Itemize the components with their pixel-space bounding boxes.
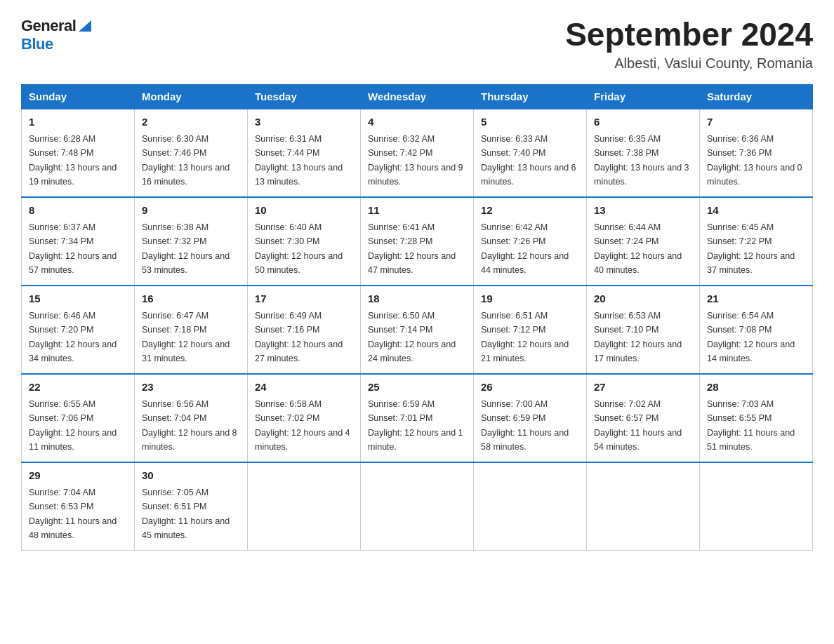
logo: General Blue: [21, 17, 93, 53]
calendar-cell: 21Sunrise: 6:54 AMSunset: 7:08 PMDayligh…: [700, 286, 813, 374]
calendar-table: SundayMondayTuesdayWednesdayThursdayFrid…: [21, 84, 813, 551]
calendar-cell: 30Sunrise: 7:05 AMSunset: 6:51 PMDayligh…: [135, 462, 248, 551]
day-info: Sunrise: 6:28 AMSunset: 7:48 PMDaylight:…: [29, 134, 117, 187]
calendar-cell: 7Sunrise: 6:36 AMSunset: 7:36 PMDaylight…: [700, 109, 813, 197]
calendar-cell: 4Sunrise: 6:32 AMSunset: 7:42 PMDaylight…: [361, 109, 474, 197]
calendar-cell: 17Sunrise: 6:49 AMSunset: 7:16 PMDayligh…: [248, 286, 361, 374]
day-number: 17: [255, 291, 353, 307]
calendar-cell: 3Sunrise: 6:31 AMSunset: 7:44 PMDaylight…: [248, 109, 361, 197]
calendar-cell: [700, 462, 813, 551]
day-info: Sunrise: 6:36 AMSunset: 7:36 PMDaylight:…: [707, 134, 802, 187]
day-number: 10: [255, 203, 353, 219]
calendar-cell: 25Sunrise: 6:59 AMSunset: 7:01 PMDayligh…: [361, 374, 474, 462]
calendar-location: Albesti, Vaslui County, Romania: [565, 55, 813, 72]
day-info: Sunrise: 7:04 AMSunset: 6:53 PMDaylight:…: [29, 488, 117, 540]
day-number: 7: [707, 114, 805, 130]
day-info: Sunrise: 6:37 AMSunset: 7:34 PMDaylight:…: [29, 222, 117, 275]
day-info: Sunrise: 7:02 AMSunset: 6:57 PMDaylight:…: [594, 399, 682, 452]
calendar-header-row: SundayMondayTuesdayWednesdayThursdayFrid…: [22, 84, 813, 109]
day-number: 9: [142, 203, 240, 219]
day-info: Sunrise: 6:53 AMSunset: 7:10 PMDaylight:…: [594, 311, 682, 363]
day-number: 25: [368, 380, 466, 396]
logo-text-general: General: [21, 17, 76, 35]
calendar-header-sunday: Sunday: [22, 84, 135, 109]
day-number: 27: [594, 380, 692, 396]
day-info: Sunrise: 7:03 AMSunset: 6:55 PMDaylight:…: [707, 399, 795, 452]
calendar-cell: 19Sunrise: 6:51 AMSunset: 7:12 PMDayligh…: [474, 286, 587, 374]
day-info: Sunrise: 6:45 AMSunset: 7:22 PMDaylight:…: [707, 222, 795, 275]
calendar-header-thursday: Thursday: [474, 84, 587, 109]
day-number: 19: [481, 291, 579, 307]
day-number: 3: [255, 114, 353, 130]
page-header: General Blue September 2024 Albesti, Vas…: [21, 17, 813, 72]
day-info: Sunrise: 6:38 AMSunset: 7:32 PMDaylight:…: [142, 222, 230, 275]
day-info: Sunrise: 6:59 AMSunset: 7:01 PMDaylight:…: [368, 399, 463, 452]
calendar-cell: 13Sunrise: 6:44 AMSunset: 7:24 PMDayligh…: [587, 197, 700, 286]
logo-text-blue: Blue: [21, 35, 53, 53]
day-number: 26: [481, 380, 579, 396]
day-number: 2: [142, 114, 240, 130]
calendar-cell: 12Sunrise: 6:42 AMSunset: 7:26 PMDayligh…: [474, 197, 587, 286]
calendar-header-monday: Monday: [135, 84, 248, 109]
day-number: 8: [29, 203, 127, 219]
calendar-cell: 26Sunrise: 7:00 AMSunset: 6:59 PMDayligh…: [474, 374, 587, 462]
calendar-header-saturday: Saturday: [700, 84, 813, 109]
day-info: Sunrise: 6:49 AMSunset: 7:16 PMDaylight:…: [255, 311, 343, 363]
day-number: 30: [142, 468, 240, 484]
calendar-cell: 9Sunrise: 6:38 AMSunset: 7:32 PMDaylight…: [135, 197, 248, 286]
day-info: Sunrise: 6:54 AMSunset: 7:08 PMDaylight:…: [707, 311, 795, 363]
calendar-cell: 29Sunrise: 7:04 AMSunset: 6:53 PMDayligh…: [22, 462, 135, 551]
day-info: Sunrise: 6:33 AMSunset: 7:40 PMDaylight:…: [481, 134, 576, 187]
calendar-week-row: 1Sunrise: 6:28 AMSunset: 7:48 PMDaylight…: [22, 109, 813, 197]
title-area: September 2024 Albesti, Vaslui County, R…: [565, 17, 813, 72]
day-number: 29: [29, 468, 127, 484]
calendar-cell: 8Sunrise: 6:37 AMSunset: 7:34 PMDaylight…: [22, 197, 135, 286]
day-info: Sunrise: 7:00 AMSunset: 6:59 PMDaylight:…: [481, 399, 569, 452]
calendar-cell: 10Sunrise: 6:40 AMSunset: 7:30 PMDayligh…: [248, 197, 361, 286]
calendar-cell: 27Sunrise: 7:02 AMSunset: 6:57 PMDayligh…: [587, 374, 700, 462]
day-number: 18: [368, 291, 466, 307]
day-info: Sunrise: 6:58 AMSunset: 7:02 PMDaylight:…: [255, 399, 350, 452]
day-number: 21: [707, 291, 805, 307]
calendar-cell: 16Sunrise: 6:47 AMSunset: 7:18 PMDayligh…: [135, 286, 248, 374]
day-number: 22: [29, 380, 127, 396]
calendar-week-row: 22Sunrise: 6:55 AMSunset: 7:06 PMDayligh…: [22, 374, 813, 462]
day-number: 1: [29, 114, 127, 130]
day-number: 15: [29, 291, 127, 307]
calendar-cell: 14Sunrise: 6:45 AMSunset: 7:22 PMDayligh…: [700, 197, 813, 286]
calendar-cell: 20Sunrise: 6:53 AMSunset: 7:10 PMDayligh…: [587, 286, 700, 374]
day-number: 11: [368, 203, 466, 219]
calendar-cell: [361, 462, 474, 551]
day-info: Sunrise: 6:35 AMSunset: 7:38 PMDaylight:…: [594, 134, 689, 187]
day-number: 14: [707, 203, 805, 219]
day-info: Sunrise: 6:47 AMSunset: 7:18 PMDaylight:…: [142, 311, 230, 363]
day-info: Sunrise: 7:05 AMSunset: 6:51 PMDaylight:…: [142, 488, 230, 540]
day-info: Sunrise: 6:40 AMSunset: 7:30 PMDaylight:…: [255, 222, 343, 275]
calendar-cell: 24Sunrise: 6:58 AMSunset: 7:02 PMDayligh…: [248, 374, 361, 462]
day-number: 16: [142, 291, 240, 307]
day-number: 24: [255, 380, 353, 396]
calendar-cell: 6Sunrise: 6:35 AMSunset: 7:38 PMDaylight…: [587, 109, 700, 197]
calendar-header-tuesday: Tuesday: [248, 84, 361, 109]
day-info: Sunrise: 6:32 AMSunset: 7:42 PMDaylight:…: [368, 134, 463, 187]
day-number: 28: [707, 380, 805, 396]
day-number: 6: [594, 114, 692, 130]
calendar-cell: 23Sunrise: 6:56 AMSunset: 7:04 PMDayligh…: [135, 374, 248, 462]
day-info: Sunrise: 6:56 AMSunset: 7:04 PMDaylight:…: [142, 399, 237, 452]
calendar-week-row: 15Sunrise: 6:46 AMSunset: 7:20 PMDayligh…: [22, 286, 813, 374]
day-info: Sunrise: 6:46 AMSunset: 7:20 PMDaylight:…: [29, 311, 117, 363]
day-info: Sunrise: 6:30 AMSunset: 7:46 PMDaylight:…: [142, 134, 230, 187]
calendar-cell: 18Sunrise: 6:50 AMSunset: 7:14 PMDayligh…: [361, 286, 474, 374]
day-info: Sunrise: 6:42 AMSunset: 7:26 PMDaylight:…: [481, 222, 569, 275]
calendar-cell: 11Sunrise: 6:41 AMSunset: 7:28 PMDayligh…: [361, 197, 474, 286]
day-info: Sunrise: 6:55 AMSunset: 7:06 PMDaylight:…: [29, 399, 117, 452]
day-number: 12: [481, 203, 579, 219]
calendar-cell: 2Sunrise: 6:30 AMSunset: 7:46 PMDaylight…: [135, 109, 248, 197]
svg-marker-0: [79, 20, 91, 32]
logo-triangle-icon: [77, 18, 93, 33]
day-number: 5: [481, 114, 579, 130]
calendar-cell: [474, 462, 587, 551]
day-info: Sunrise: 6:51 AMSunset: 7:12 PMDaylight:…: [481, 311, 569, 363]
calendar-week-row: 29Sunrise: 7:04 AMSunset: 6:53 PMDayligh…: [22, 462, 813, 551]
day-number: 13: [594, 203, 692, 219]
